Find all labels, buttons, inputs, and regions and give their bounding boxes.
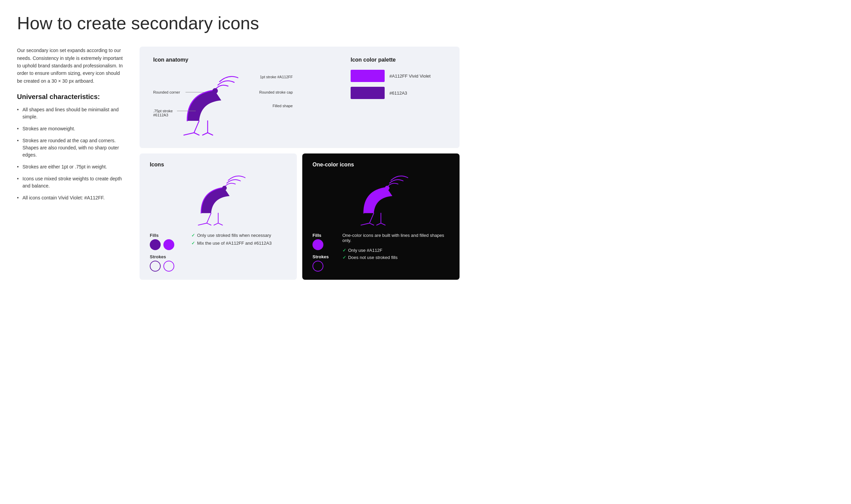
svg-line-14 — [214, 223, 218, 225]
one-color-strokes-label: Strokes — [312, 254, 329, 259]
one-color-fills-group: Fills — [312, 233, 329, 250]
one-color-heading: One-color icons — [312, 162, 449, 168]
icons-strokes-circles — [150, 261, 174, 272]
icons-fills-circles — [150, 239, 174, 250]
bullet-2: Strokes are monoweight. — [17, 125, 126, 132]
icons-fills-label: Fills — [150, 233, 174, 238]
bullet-1: All shapes and lines should be minimalis… — [17, 106, 126, 120]
icon-stroke-circle-2 — [163, 261, 174, 272]
icons-satellite-icon — [191, 173, 245, 226]
icons-card: Icons — [140, 153, 297, 280]
check-icon-1: ✓ — [191, 233, 195, 238]
one-color-fills-circles — [312, 239, 329, 250]
annotation-filled-shape: Filled shape — [273, 104, 293, 108]
bullet-4: Strokes are either 1pt or .75pt in weigh… — [17, 163, 126, 170]
icons-fills-strokes: Fills Strokes — [150, 233, 174, 272]
palette-item-2: #6112A3 — [351, 87, 446, 99]
one-color-feature-1: ✓ Only use #A112F — [342, 248, 449, 253]
one-color-strokes-circles — [312, 261, 329, 272]
one-color-satellite-icon — [354, 173, 408, 226]
bullet-6: All icons contain Vivid Violet: #A112FF. — [17, 194, 126, 201]
annotation-rounded-corner: Rounded corner — [153, 90, 180, 94]
main-layout: Our secondary icon set expands according… — [17, 47, 460, 280]
svg-point-16 — [385, 186, 389, 190]
svg-line-6 — [208, 133, 213, 135]
one-color-stroke-circle — [312, 261, 323, 272]
icons-feature-2: ✓ Mix the use of #A112FF and #6112A3 — [191, 241, 272, 246]
svg-line-1 — [194, 121, 199, 133]
intro-text: Our secondary icon set expands according… — [17, 47, 126, 85]
one-color-right: One-color icons are built with lines and… — [342, 233, 449, 260]
icon-stroke-circle-1 — [150, 261, 161, 272]
palette-label-1: #A112FF Vivid Violet — [389, 74, 431, 79]
swatch-dark-violet — [351, 87, 385, 99]
one-color-card: One-color icons — [302, 153, 460, 280]
bottom-cards: Icons — [140, 153, 460, 280]
one-color-strokes-group: Strokes — [312, 254, 329, 272]
icon-fill-circle-1 — [150, 239, 161, 250]
svg-line-5 — [203, 133, 208, 135]
right-panel: Icon anatomy — [140, 47, 460, 280]
icons-strokes-group: Strokes — [150, 254, 174, 272]
icon-fill-circle-2 — [163, 239, 174, 250]
one-color-feature-2: ✓ Does not use stroked fills — [342, 255, 449, 260]
icons-feature-text-1: Only use stroked fills when necessary — [197, 233, 271, 238]
one-color-bottom-layout: Fills Strokes One-c — [312, 233, 449, 272]
page-title: How to create secondary icons — [17, 14, 460, 33]
palette-section: Icon color palette #A112FF Vivid Violet … — [351, 57, 446, 138]
annotation-75pt-stroke: .75pt stroke#6112A3 — [153, 109, 173, 117]
icons-fills-group: Fills — [150, 233, 174, 250]
svg-line-21 — [376, 223, 381, 225]
icons-feature-1: ✓ Only use stroked fills when necessary — [191, 233, 272, 238]
svg-line-22 — [381, 223, 385, 225]
svg-line-3 — [184, 133, 194, 135]
anatomy-section: Icon anatomy — [153, 57, 337, 138]
bullet-3: Strokes are rounded at the cap and corne… — [17, 137, 126, 159]
one-color-fills-strokes: Fills Strokes — [312, 233, 329, 272]
icons-bottom-layout: Fills Strokes — [150, 233, 287, 272]
annotation-1pt-stroke: 1pt stroke #A112FF — [260, 75, 293, 79]
svg-line-4 — [194, 133, 199, 135]
one-color-fill-circle — [312, 239, 323, 250]
palette-item-1: #A112FF Vivid Violet — [351, 70, 446, 82]
svg-line-12 — [198, 223, 207, 225]
one-color-feature-text-1: Only use #A112F — [348, 248, 382, 253]
bullets-list: All shapes and lines should be minimalis… — [17, 106, 126, 201]
icons-features-list: ✓ Only use stroked fills when necessary … — [188, 233, 272, 246]
svg-point-0 — [212, 88, 218, 94]
icons-feature-text-2: Mix the use of #A112FF and #6112A3 — [197, 241, 272, 246]
svg-line-13 — [207, 223, 211, 225]
one-color-fills-label: Fills — [312, 233, 329, 238]
palette-heading: Icon color palette — [351, 57, 446, 63]
characteristics-heading: Universal characteristics: — [17, 93, 126, 101]
one-color-feature-text-2: Does not use stroked fills — [348, 255, 398, 260]
svg-line-19 — [361, 223, 369, 225]
svg-line-10 — [207, 213, 211, 223]
icons-strokes-label: Strokes — [150, 254, 174, 259]
one-color-satellite-display — [312, 173, 449, 226]
bullet-5: Icons use mixed stroke weights to create… — [17, 175, 126, 190]
anatomy-heading: Icon anatomy — [153, 57, 337, 63]
check-icon-2: ✓ — [191, 241, 195, 246]
top-card: Icon anatomy — [140, 47, 460, 148]
check-icon-3: ✓ — [342, 248, 346, 253]
icons-satellite-display — [150, 173, 287, 226]
svg-point-9 — [222, 186, 227, 190]
one-color-description: One-color icons are built with lines and… — [342, 233, 449, 243]
svg-line-15 — [218, 223, 223, 225]
icons-heading: Icons — [150, 162, 287, 168]
svg-line-20 — [369, 223, 374, 225]
check-icon-4: ✓ — [342, 255, 346, 260]
swatch-vivid-violet — [351, 70, 385, 82]
annotation-rounded-stroke-cap: Rounded stroke cap — [259, 90, 293, 94]
left-panel: Our secondary icon set expands according… — [17, 47, 126, 206]
palette-label-2: #6112A3 — [389, 91, 407, 96]
svg-line-17 — [369, 213, 374, 223]
anatomy-satellite-icon — [177, 73, 238, 136]
